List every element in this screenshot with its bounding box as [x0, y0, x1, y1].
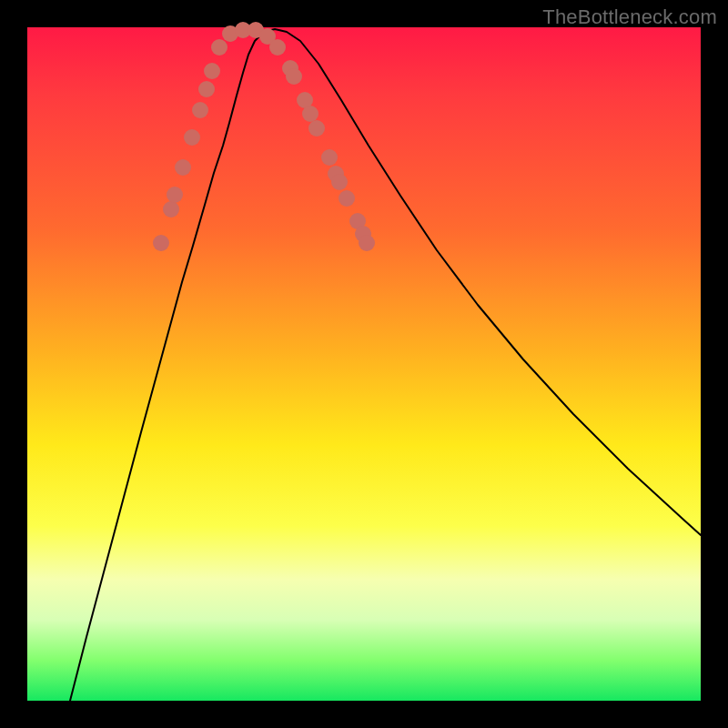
data-marker — [359, 235, 375, 251]
data-marker — [211, 39, 228, 56]
data-marker — [321, 149, 338, 166]
data-marker — [153, 235, 169, 251]
watermark-text: TheBottleneck.com — [542, 5, 717, 29]
curve-line — [70, 29, 701, 701]
data-marker — [286, 68, 302, 85]
data-marker — [184, 129, 200, 146]
data-marker — [192, 102, 208, 118]
data-marker — [163, 201, 179, 217]
data-marker — [339, 190, 355, 207]
data-marker — [308, 120, 325, 136]
curve-markers — [153, 22, 375, 251]
data-marker — [167, 187, 183, 203]
data-marker — [302, 106, 318, 122]
chart-frame: TheBottleneck.com — [0, 0, 728, 728]
chart-svg — [27, 27, 701, 701]
data-marker — [204, 63, 220, 79]
data-marker — [175, 159, 191, 176]
data-marker — [198, 81, 215, 97]
data-marker — [331, 174, 348, 190]
plot-area — [27, 27, 701, 701]
data-marker — [269, 39, 286, 56]
